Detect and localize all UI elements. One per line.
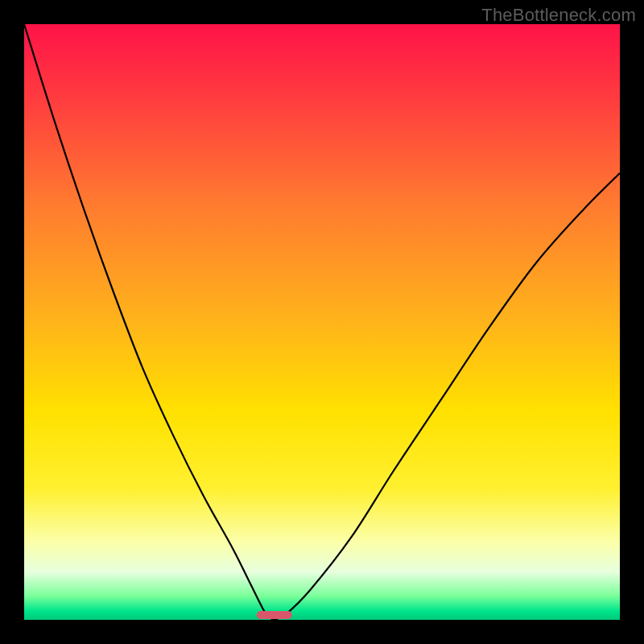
chart-frame	[24, 24, 620, 620]
minimum-marker	[257, 611, 292, 619]
watermark-text: TheBottleneck.com	[481, 5, 636, 26]
chart-background	[24, 24, 620, 620]
bottleneck-chart	[24, 24, 620, 620]
